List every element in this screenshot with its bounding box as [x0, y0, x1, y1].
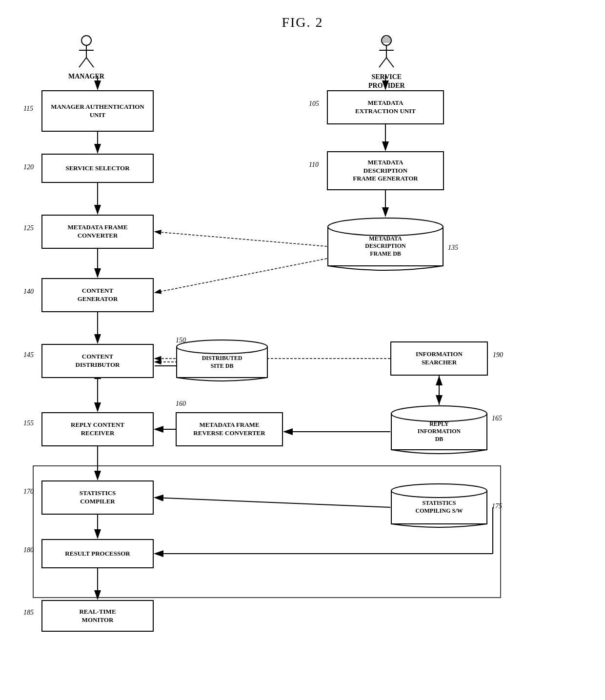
ref-160: 160 — [176, 400, 186, 408]
service-provider-icon — [373, 33, 400, 70]
reply-info-db-cylinder: REPLYINFORMATIONDB — [390, 405, 488, 459]
information-searcher-box: INFORMATIONSEARCHER — [390, 341, 488, 376]
manager-label: MANAGER — [68, 73, 104, 80]
ref-155: 155 — [23, 420, 34, 427]
svg-point-41 — [328, 218, 443, 236]
realtime-monitor-box: REAL-TIMEMONITOR — [41, 600, 154, 632]
ref-165: 165 — [492, 415, 502, 422]
svg-line-14 — [155, 232, 327, 246]
statistics-compiling-sw-cylinder: STATISTICSCOMPILING S/W — [390, 483, 488, 532]
distributed-site-db-label: DISTRIBUTEDSITE DB — [198, 355, 246, 370]
ref-140: 140 — [23, 288, 34, 296]
svg-point-43 — [177, 340, 267, 354]
ref-175: 175 — [492, 502, 502, 510]
manager-auth-box: MANAGER AUTHENTICATION UNIT — [41, 90, 154, 132]
statistics-compiler-box: STATISTICSCOMPILER — [41, 480, 154, 515]
metadata-desc-frame-db-label: METADATADESCRIPTIONFRAME DB — [361, 235, 409, 258]
reply-info-db-label: REPLYINFORMATIONDB — [414, 420, 464, 443]
distributed-site-db-cylinder: DISTRIBUTEDSITE DB — [176, 339, 268, 385]
metadata-frame-reverse-converter-box: METADATA FRAMEREVERSE CONVERTER — [176, 412, 283, 446]
svg-point-27 — [81, 36, 91, 45]
svg-line-15 — [155, 259, 327, 293]
svg-point-32 — [382, 36, 391, 45]
ref-145: 145 — [23, 351, 34, 359]
content-generator-box: CONTENTGENERATOR — [41, 278, 154, 312]
metadata-extraction-box: METADATAEXTRACTION UNIT — [327, 90, 444, 124]
ref-125: 125 — [23, 224, 34, 232]
result-processor-box: RESULT PROCESSOR — [41, 539, 154, 568]
figure-title: FIG. 2 — [282, 15, 323, 30]
service-provider-label: SERVICEPROVIDER — [368, 73, 405, 90]
service-selector-box: SERVICE SELECTOR — [41, 154, 154, 183]
content-distributor-box: CONTENTDISTRIBUTOR — [41, 344, 154, 378]
ref-105: 105 — [309, 100, 319, 108]
ref-170: 170 — [23, 488, 34, 496]
svg-point-47 — [391, 484, 487, 498]
service-provider-actor: SERVICEPROVIDER — [368, 33, 405, 90]
svg-line-39 — [386, 58, 394, 67]
metadata-desc-frame-gen-box: METADATADESCRIPTIONFRAME GENERATOR — [327, 151, 444, 190]
ref-190: 190 — [493, 351, 503, 359]
svg-line-21 — [155, 498, 390, 507]
manager-icon — [74, 33, 99, 70]
ref-135: 135 — [448, 244, 458, 252]
svg-point-45 — [391, 406, 487, 421]
ref-115: 115 — [23, 105, 33, 113]
diagram-container: FIG. 2 — [0, 0, 605, 700]
reply-content-receiver-box: REPLY CONTENTRECEIVER — [41, 412, 154, 446]
ref-150: 150 — [176, 337, 186, 344]
manager-actor: MANAGER — [68, 33, 104, 80]
ref-180: 180 — [23, 546, 34, 554]
metadata-frame-converter-box: METADATA FRAMECONVERTER — [41, 215, 154, 249]
svg-line-38 — [379, 58, 386, 67]
svg-line-30 — [79, 58, 86, 67]
ref-110: 110 — [309, 161, 319, 169]
statistics-compiling-sw-label: STATISTICSCOMPILING S/W — [411, 500, 466, 515]
metadata-desc-frame-db-cylinder: METADATADESCRIPTIONFRAME DB — [327, 217, 444, 276]
svg-line-31 — [86, 58, 94, 67]
ref-120: 120 — [23, 163, 34, 171]
ref-185: 185 — [23, 609, 34, 617]
